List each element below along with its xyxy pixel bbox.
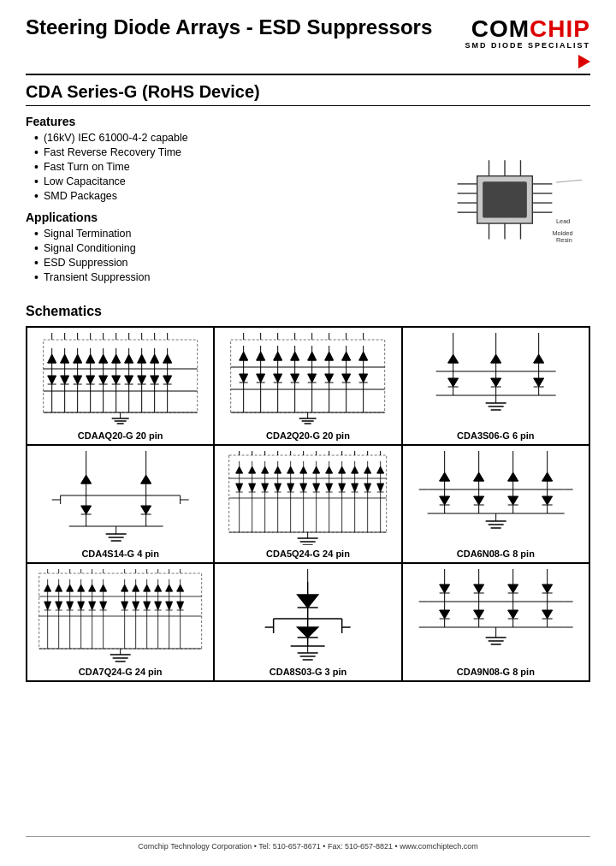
svg-marker-163: [342, 352, 351, 360]
svg-marker-541: [133, 602, 139, 610]
features-list: (16kV) IEC 61000-4-2 capable Fast Revers…: [34, 132, 419, 202]
chip-diagram: Bonding Wire Lead Molded Resin: [428, 152, 582, 255]
schematic-diagram-cda2q20g: [218, 333, 397, 427]
schematic-diagram-cda3s06g: [406, 333, 585, 427]
schematics-heading: Schematics: [26, 304, 590, 319]
svg-marker-257: [141, 475, 151, 483]
schematic-cell-cda3s06g: CDA3S06-G 6 pin: [402, 327, 589, 445]
schematic-cell-cda8s03g: CDA8S03-G 3 pin: [214, 563, 401, 681]
svg-marker-504: [166, 584, 173, 591]
svg-marker-74: [48, 376, 56, 384]
schematic-label-cda4s14g: CDA4S14-G 4 pin: [81, 549, 158, 559]
logo-com: COM: [471, 15, 530, 43]
content-section: Features (16kV) IEC 61000-4-2 capable Fa…: [26, 115, 590, 292]
svg-marker-151: [291, 352, 299, 360]
svg-marker-385: [377, 483, 384, 492]
svg-marker-525: [78, 602, 85, 610]
list-item: Transient Suppression: [34, 271, 419, 283]
svg-marker-167: [359, 352, 368, 360]
schematic-label-cda5q24g: CDA5Q24-G 24 pin: [266, 549, 350, 559]
svg-marker-229: [533, 354, 543, 363]
svg-marker-415: [473, 472, 483, 481]
svg-marker-61: [138, 354, 146, 363]
schematic-label-cda9n08g: CDA9N08-G 8 pin: [457, 667, 535, 677]
logo: COM CHIP: [471, 15, 590, 43]
svg-marker-200: [359, 374, 368, 383]
logo-area: COM CHIP SMD DIODE SPECIALIST: [465, 15, 590, 68]
svg-marker-159: [325, 352, 334, 360]
svg-marker-610: [507, 584, 518, 593]
svg-rect-15: [483, 181, 527, 217]
svg-marker-196: [342, 374, 351, 383]
list-item: Fast Turn on Time: [34, 161, 419, 173]
svg-marker-266: [81, 506, 92, 514]
svg-marker-180: [274, 374, 282, 383]
svg-marker-176: [257, 374, 265, 383]
chip-image-area: Bonding Wire Lead Molded Resin: [419, 115, 590, 292]
applications-heading: Applications: [26, 211, 419, 224]
svg-marker-37: [61, 354, 69, 363]
svg-marker-423: [542, 472, 552, 481]
svg-marker-365: [313, 483, 320, 492]
svg-marker-529: [89, 602, 96, 610]
schematic-cell-cda9n08g: CDA9N08-G 8 pin: [402, 563, 589, 681]
svg-marker-225: [490, 354, 500, 363]
svg-marker-234: [447, 378, 458, 387]
svg-marker-517: [56, 602, 62, 610]
svg-marker-488: [121, 584, 128, 591]
svg-marker-580: [298, 595, 318, 608]
svg-marker-296: [249, 466, 256, 473]
applications-list: Signal Termination Signal Conditioning E…: [34, 228, 419, 283]
svg-marker-361: [300, 483, 307, 492]
svg-marker-65: [151, 354, 159, 363]
svg-marker-110: [163, 376, 172, 384]
svg-marker-606: [473, 584, 483, 593]
svg-text:Resin: Resin: [556, 236, 572, 244]
svg-marker-472: [67, 584, 74, 591]
svg-marker-69: [163, 354, 172, 363]
schematic-label-cda2q20g: CDA2Q20-G 20 pin: [266, 430, 350, 441]
svg-marker-33: [48, 354, 56, 363]
list-item: (16kV) IEC 61000-4-2 capable: [34, 132, 419, 144]
svg-marker-353: [275, 483, 281, 492]
svg-marker-381: [364, 483, 371, 492]
schematic-cell-cda6n08g: CDA6N08-G 8 pin: [402, 445, 589, 563]
svg-marker-57: [125, 354, 133, 363]
document-subtitle: CDA Series-G (RoHS Device): [26, 82, 590, 106]
svg-marker-300: [262, 466, 269, 473]
svg-marker-242: [533, 378, 543, 387]
svg-marker-619: [439, 610, 449, 619]
schematic-cell-cdaaq20g: CDAAQ20-G 20 pin: [27, 327, 214, 445]
svg-marker-537: [121, 602, 128, 610]
logo-subtitle: SMD DIODE SPECIALIST: [465, 41, 590, 50]
svg-marker-324: [339, 466, 346, 473]
schematic-diagram-cda8s03g: [218, 569, 397, 663]
svg-marker-627: [507, 610, 518, 619]
svg-marker-484: [100, 584, 107, 591]
page-title: Steering Diode Arrays - ESD Suppressors: [26, 15, 432, 39]
svg-marker-98: [125, 376, 133, 384]
svg-marker-533: [100, 602, 107, 610]
features-heading: Features: [26, 115, 419, 128]
svg-marker-521: [67, 602, 74, 610]
svg-marker-500: [155, 584, 162, 591]
logo-arrow-icon: [578, 55, 590, 68]
svg-marker-184: [291, 374, 299, 383]
svg-marker-45: [86, 354, 95, 363]
footer: Comchip Technology Corporation • Tel: 51…: [26, 836, 590, 851]
svg-marker-308: [287, 466, 294, 473]
svg-marker-253: [81, 475, 92, 483]
svg-line-18: [556, 180, 582, 182]
schematic-label-cda8s03g: CDA8S03-G 3 pin: [270, 667, 346, 677]
svg-marker-143: [257, 352, 265, 360]
svg-marker-357: [287, 483, 294, 492]
svg-marker-438: [507, 496, 518, 505]
logo-chip: CHIP: [530, 15, 590, 43]
svg-marker-496: [144, 584, 151, 591]
schematic-cell-cda7q24g: CDA7Q24-G 24 pin: [27, 563, 214, 681]
svg-marker-468: [56, 584, 62, 591]
svg-marker-221: [447, 354, 458, 363]
schematic-label-cdaaq20g: CDAAQ20-G 20 pin: [78, 430, 163, 441]
svg-marker-373: [339, 483, 346, 492]
svg-marker-106: [151, 376, 159, 384]
